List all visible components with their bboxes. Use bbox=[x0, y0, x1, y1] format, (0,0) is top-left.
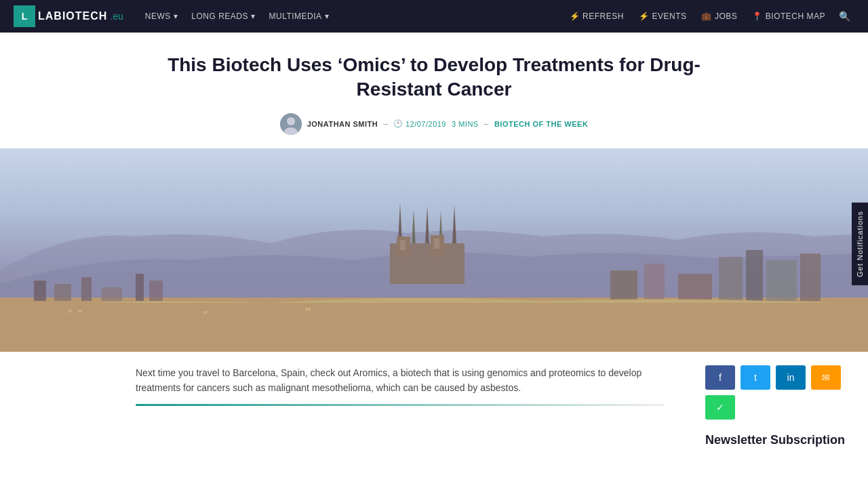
nav-menu: NEWS ▾ LONG READS ▾ MULTIMEDIA ▾ bbox=[140, 7, 334, 25]
article-progress-bar bbox=[136, 404, 665, 406]
share-twitter-button[interactable]: t bbox=[741, 365, 770, 390]
svg-point-1 bbox=[287, 117, 295, 125]
logo-letter: L bbox=[22, 11, 28, 22]
nav-right: ⚡ REFRESH ⚡ EVENTS 💼 JOBS 📍 BIOTECH MAP … bbox=[564, 7, 854, 26]
article-excerpt: Next time you travel to Barcelona, Spain… bbox=[136, 365, 665, 396]
share-whatsapp-button[interactable]: ✓ bbox=[705, 395, 735, 420]
chevron-down-icon: ▾ bbox=[174, 12, 178, 21]
nav-long-reads[interactable]: LONG READS ▾ bbox=[186, 7, 260, 25]
svg-rect-19 bbox=[400, 240, 406, 250]
share-facebook-button[interactable]: f bbox=[705, 365, 735, 390]
share-email-button[interactable]: ✉ bbox=[811, 365, 841, 390]
article-header: This Biotech Uses ‘Omics’ to Develop Tre… bbox=[0, 33, 868, 148]
notifications-tab[interactable]: Get Notifications bbox=[852, 203, 868, 285]
nav-left: L LABIOTECH .eu NEWS ▾ LONG READS ▾ MULT… bbox=[14, 5, 334, 27]
briefcase-icon: 💼 bbox=[701, 12, 712, 21]
logo[interactable]: L LABIOTECH .eu bbox=[14, 5, 123, 27]
svg-rect-24 bbox=[719, 257, 743, 301]
logo-eu: .eu bbox=[110, 11, 123, 22]
svg-rect-27 bbox=[800, 253, 821, 301]
article-body: Next time you travel to Barcelona, Spain… bbox=[0, 352, 692, 461]
navigation: L LABIOTECH .eu NEWS ▾ LONG READS ▾ MULT… bbox=[0, 0, 868, 33]
chevron-down-icon: ▾ bbox=[325, 12, 330, 21]
nav-jobs[interactable]: 💼 JOBS bbox=[696, 7, 743, 25]
search-button[interactable]: 🔍 bbox=[835, 7, 854, 26]
nav-news[interactable]: NEWS ▾ bbox=[140, 7, 184, 25]
svg-rect-22 bbox=[644, 264, 665, 304]
article-tag[interactable]: BIOTECH OF THE WEEK bbox=[494, 120, 588, 128]
svg-rect-20 bbox=[434, 239, 439, 249]
nav-refresh[interactable]: ⚡ REFRESH bbox=[564, 7, 629, 25]
meta-clock: 🕐 12/07/2019 bbox=[393, 119, 446, 128]
article-meta: JONATHAN SMITH – 🕐 12/07/2019 3 MINS – B… bbox=[136, 113, 732, 135]
svg-rect-29 bbox=[68, 310, 72, 312]
svg-rect-5 bbox=[34, 281, 46, 301]
svg-rect-9 bbox=[136, 274, 144, 301]
newsletter-title: Newsletter Subscription bbox=[705, 433, 848, 447]
clock-icon: 🕐 bbox=[393, 119, 403, 128]
svg-rect-28 bbox=[0, 303, 868, 352]
logo-icon: L bbox=[14, 5, 35, 27]
svg-rect-25 bbox=[746, 250, 763, 301]
svg-rect-10 bbox=[149, 281, 163, 301]
hero-image bbox=[0, 148, 868, 352]
nav-events[interactable]: ⚡ EVENTS bbox=[633, 7, 692, 25]
content-wrap: Next time you travel to Barcelona, Spain… bbox=[0, 352, 868, 461]
lightning-icon: ⚡ bbox=[639, 12, 650, 21]
sidebar: f t in ✉ ✓ Newsletter Subscription bbox=[692, 352, 868, 461]
chevron-down-icon: ▾ bbox=[251, 12, 256, 21]
author-avatar bbox=[280, 113, 302, 135]
social-share-buttons: f t in ✉ ✓ bbox=[705, 365, 848, 420]
nav-multimedia[interactable]: MULTIMEDIA ▾ bbox=[263, 7, 334, 25]
pin-icon: 📍 bbox=[752, 12, 763, 21]
nav-biotech-map[interactable]: 📍 BIOTECH MAP bbox=[747, 7, 831, 25]
svg-rect-30 bbox=[78, 310, 82, 312]
lightning-icon: ⚡ bbox=[570, 12, 580, 21]
logo-name: LABIOTECH bbox=[38, 10, 107, 22]
meta-readtime: 3 MINS bbox=[452, 120, 479, 128]
svg-rect-8 bbox=[102, 287, 122, 301]
svg-rect-7 bbox=[81, 277, 92, 301]
svg-rect-6 bbox=[54, 284, 71, 301]
svg-rect-26 bbox=[766, 260, 797, 301]
article-title: This Biotech Uses ‘Omics’ to Develop Tre… bbox=[136, 53, 732, 102]
share-linkedin-button[interactable]: in bbox=[776, 365, 806, 390]
svg-rect-31 bbox=[203, 311, 208, 314]
svg-rect-32 bbox=[305, 308, 311, 311]
author-name: JONATHAN SMITH bbox=[307, 120, 378, 128]
